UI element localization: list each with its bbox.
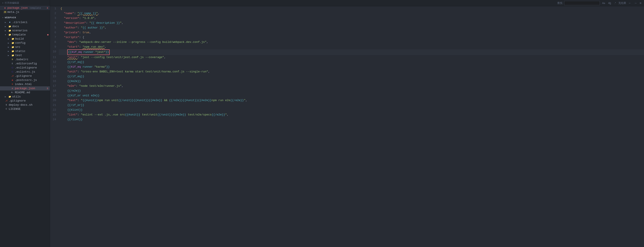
find-input[interactable] (564, 1, 600, 5)
code-line: {{#lint}} (59, 108, 644, 112)
code-line: "private": true, (59, 30, 644, 35)
webpack-section-header[interactable]: ▾ WEBPACK (0, 15, 50, 20)
tree-config[interactable]: ▶ 📁 config (0, 41, 50, 45)
open-file-badge: 3 (45, 7, 48, 9)
code-line: {{/if_eq}} (59, 60, 644, 65)
open-file-package-json[interactable]: ⊞ package.json template 3 (0, 6, 50, 10)
tree-deploy-docs[interactable]: $ deploy-docs.sh (0, 103, 50, 107)
table-row: 10 {{#if_eq runner "jest"}} (50, 49, 644, 55)
folder-icon-static: 📁 (11, 50, 14, 53)
tree-label-static: static (15, 49, 26, 53)
code-line: "name": "{{ name }}", (59, 11, 644, 16)
tree-scenarios[interactable]: ▶ 📁 scenarios (0, 28, 50, 33)
line-number: 17 (50, 84, 59, 88)
tree-label-utils: utils (12, 95, 21, 98)
folder-icon-src: 📁 (11, 46, 14, 49)
table-row: 1 { (50, 6, 644, 11)
open-editors-header[interactable]: ▾ 打开的编辑器 (0, 0, 50, 6)
tree-label-config: config (15, 41, 26, 44)
find-case-btn[interactable]: Aa (602, 1, 606, 4)
editorconfig-icon: E (11, 62, 14, 65)
line-number: 4 (50, 21, 59, 25)
tree-docs[interactable]: ▶ 📁 docs (0, 24, 50, 28)
folder-arrow-utils: ▶ (5, 95, 8, 98)
tree-label-test: test (15, 54, 22, 57)
webpack-label: WEBPACK (5, 16, 16, 19)
tree-build[interactable]: ▶ 📁 build (0, 37, 50, 41)
code-line: "description": "{{ description }}", (59, 21, 644, 25)
code-line: "version": "1.0.0", (59, 16, 644, 21)
readme-icon: M↓ (11, 91, 14, 94)
find-prev-btn[interactable]: ← (628, 1, 632, 5)
line-number: 14 (50, 69, 59, 74)
tree-label-editorconfig: .editorconfig (15, 62, 37, 65)
table-row: 14 "unit": "cross-env BABEL_ENV=test kar… (50, 69, 644, 74)
tree-circleci[interactable]: ▶ ● .circleci (0, 20, 50, 24)
tree-root-gitignore[interactable]: ⎇ .gitignore (0, 99, 50, 103)
table-row: 15 {{/if_eq}} (50, 74, 644, 79)
tree-src[interactable]: ▶ 📁 src (0, 45, 50, 49)
tree-readme[interactable]: M↓ README.md (0, 90, 50, 95)
table-row: 9 "start": "npm run dev", (50, 44, 644, 49)
folder-icon-scenarios: 📁 (8, 29, 11, 32)
tree-label-eslintignore: .eslintignore (15, 66, 37, 69)
code-container[interactable]: 1 { 2 "name": "{{ name }}", 3 "version":… (50, 6, 644, 247)
tree-editorconfig[interactable]: E .editorconfig (0, 61, 50, 66)
code-line: {{/lint}} (59, 117, 644, 122)
tree-babelrc[interactable]: B .babelrc (0, 57, 50, 61)
tree-package-json[interactable]: ⊞ package.json 3 (0, 86, 50, 90)
table-row: 6 "private": true, (50, 30, 644, 35)
tree-label-readme: README.md (15, 91, 30, 94)
tree-utils[interactable]: ▶ 📁 utils (0, 95, 50, 99)
html-icon: H (11, 83, 14, 86)
code-line: "start": "npm run dev", (59, 44, 644, 49)
line-number: 12 (50, 60, 59, 65)
tree-postcssrc[interactable]: ◉ .postcssrc.js (0, 78, 50, 82)
line-number: 11 (50, 55, 59, 60)
tree-test[interactable]: ▶ 📁 test (0, 53, 50, 57)
find-word-btn[interactable]: Ab̲ (608, 1, 612, 5)
tree-label-postcssrc: .postcssrc.js (15, 78, 37, 82)
tree-label-root-gitignore: .gitignore (9, 99, 26, 102)
line-number: 22 (50, 108, 59, 112)
tree-index-html[interactable]: H index.html (0, 82, 50, 86)
tree-eslintignore[interactable]: ⬡ .eslintignore (0, 66, 50, 70)
tree-label-index-html: index.html (15, 83, 32, 86)
folder-icon-docs: 📁 (8, 25, 11, 28)
open-file-meta-js[interactable]: JS meta.js (0, 10, 50, 14)
code-line: {{/e2e}} (59, 88, 644, 93)
root-git-icon: ⎇ (5, 99, 8, 102)
tree-eslintrc[interactable]: ⬡ .eslintrc.js (0, 70, 50, 74)
table-row: 19 {{#if_or unit e2e}} (50, 93, 644, 98)
line-number: 20 (50, 98, 59, 103)
tree-label-deploy-docs: deploy-docs.sh (9, 103, 32, 107)
code-line: {{#if_eq runner "karma"}} (59, 65, 644, 69)
tree-label-circleci: .circleci (12, 21, 28, 24)
license-icon: © (5, 108, 8, 111)
tree-static[interactable]: ▶ 📁 static (0, 49, 50, 53)
tree-gitignore[interactable]: ⎇ .gitignore (0, 74, 50, 78)
find-menu-btn[interactable]: ≡ (639, 1, 642, 5)
tree-license[interactable]: © LICENSE (0, 107, 50, 111)
webpack-arrow: ▾ (2, 16, 4, 19)
tree-label-babelrc: .babelrc (15, 58, 28, 61)
table-row: 16 {{#e2e}} (50, 79, 644, 84)
code-line: {{/if_or}} (59, 103, 644, 108)
circleci-icon: ● (8, 21, 11, 24)
tree-label-template: template (12, 33, 26, 36)
find-next-btn[interactable]: → (634, 1, 638, 5)
line-number: 15 (50, 74, 59, 79)
line-number: 1 (50, 6, 59, 11)
sh-icon: $ (5, 103, 8, 107)
table-row: 4 "description": "{{ description }}", (50, 21, 644, 25)
folder-arrow-build: ▶ (8, 38, 10, 40)
find-regex-btn[interactable]: .* (614, 1, 616, 4)
code-line: {{#if_eq runner "jest"}} (59, 49, 644, 55)
folder-arrow-config: ▶ (8, 42, 10, 44)
tree-template[interactable]: ▾ 📁 template (0, 33, 50, 37)
tree-label-scenarios: scenarios (12, 29, 28, 32)
json-icon: ⊞ (4, 6, 6, 9)
tree-label-build: build (15, 37, 24, 40)
editor-area: 查找 Aa Ab̲ .* 无结果 ← → ≡ 1 { 2 "name": "{{… (50, 0, 644, 247)
package-json-badge: 3 (45, 87, 48, 90)
